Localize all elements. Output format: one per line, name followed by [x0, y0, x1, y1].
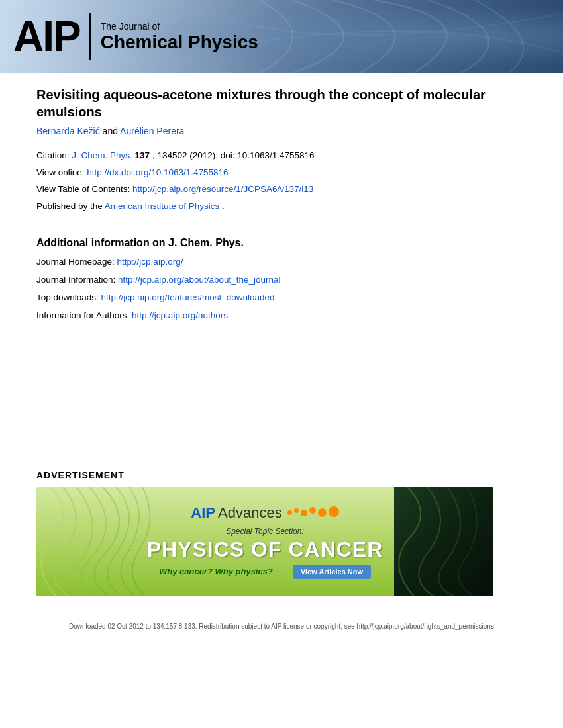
aip-advances-aip-text: AIP: [191, 504, 215, 522]
journal-title-block: The Journal of Chemical Physics: [101, 21, 258, 53]
citation-details: , 134502 (2012); doi: 10.1063/1.4755816: [152, 150, 315, 160]
ad-banner: AIP Advances Special Topic Section: PHYS…: [36, 487, 493, 596]
citation-line: Citation: J. Chem. Phys. 137 , 134502 (2…: [36, 147, 527, 164]
info-label: Journal Information:: [36, 275, 115, 285]
ad-content: AIP Advances Special Topic Section: PHYS…: [36, 487, 493, 596]
view-online-line: View online: http://dx.doi.org/10.1063/1…: [36, 164, 527, 181]
additional-info-title: Additional information on J. Chem. Phys.: [36, 237, 527, 249]
ad-why-text: Why cancer? Why physics?: [159, 567, 273, 576]
homepage-url[interactable]: http://jcp.aip.org/: [117, 257, 183, 267]
main-content: Revisiting aqueous-acetone mixtures thro…: [0, 73, 563, 338]
view-online-label: View online:: [36, 167, 85, 177]
aip-logo-text: AIP: [13, 15, 80, 58]
orange-dots-decoration: [287, 508, 339, 517]
info-line: Journal Information: http://jcp.aip.org/…: [36, 271, 527, 289]
homepage-line: Journal Homepage: http://jcp.aip.org/: [36, 253, 527, 271]
citation-label: Citation:: [36, 150, 70, 160]
authors-url[interactable]: http://jcp.aip.org/authors: [132, 310, 228, 320]
author-1-link[interactable]: Bernarda Kežić: [36, 126, 100, 136]
published-period: .: [222, 201, 225, 211]
view-toc-line: View Table of Contents: http://jcp.aip.o…: [36, 181, 527, 198]
citation-block: Citation: J. Chem. Phys. 137 , 134502 (2…: [36, 147, 527, 215]
ad-special-topic: Special Topic Section:: [226, 527, 304, 536]
dot-3: [301, 510, 307, 516]
info-url[interactable]: http://jcp.aip.org/about/about_the_journ…: [118, 275, 280, 285]
aip-logo: AIP The Journal of Chemical Physics: [13, 13, 258, 60]
journal-title-small: The Journal of: [101, 21, 258, 32]
authors-label: Information for Authors:: [36, 310, 129, 320]
header-banner: AIP The Journal of Chemical Physics: [0, 0, 563, 73]
ad-bottom-row: Why cancer? Why physics? View Articles N…: [159, 565, 371, 579]
divider-line: [36, 226, 527, 226]
footer-text: Downloaded 02 Oct 2012 to 134.157.8.133.…: [69, 623, 494, 630]
dot-1: [287, 510, 292, 515]
published-label: Published by the: [36, 201, 103, 211]
info-block: Journal Homepage: http://jcp.aip.org/ Jo…: [36, 253, 527, 324]
published-line: Published by the American Institute of P…: [36, 198, 527, 215]
citation-journal-link[interactable]: J. Chem. Phys.: [72, 150, 132, 160]
dot-4: [309, 507, 316, 514]
dot-6: [329, 506, 339, 517]
downloads-url[interactable]: http://jcp.aip.org/features/most_downloa…: [101, 293, 275, 302]
view-toc-url[interactable]: http://jcp.aip.org/resource/1/JCPSA6/v13…: [132, 184, 313, 194]
published-org-link[interactable]: American Institute of Physics: [105, 201, 219, 211]
authors-line: Information for Authors: http://jcp.aip.…: [36, 306, 527, 324]
ad-physics-cancer: PHYSICS OF CANCER: [147, 537, 384, 562]
aip-divider: [89, 13, 91, 60]
downloads-line: Top downloads: http://jcp.aip.org/featur…: [36, 289, 527, 306]
page-wrapper: AIP The Journal of Chemical Physics Revi…: [0, 0, 563, 728]
aip-advances-logo: AIP Advances: [191, 504, 338, 522]
citation-volume: 137: [135, 150, 150, 160]
advertisement-label: ADVERTISEMENT: [36, 470, 527, 480]
downloads-label: Top downloads:: [36, 293, 99, 302]
author-line: Bernarda Kežić and Aurélien Perera: [36, 126, 527, 136]
aip-advances-advances-text: Advances: [218, 504, 282, 522]
view-toc-label: View Table of Contents:: [36, 184, 130, 194]
dot-5: [318, 508, 327, 517]
author-2-link[interactable]: Aurélien Perera: [120, 126, 184, 136]
view-online-url[interactable]: http://dx.doi.org/10.1063/1.4755816: [87, 167, 228, 177]
dot-2: [294, 508, 299, 513]
article-title: Revisiting aqueous-acetone mixtures thro…: [36, 86, 527, 120]
homepage-label: Journal Homepage:: [36, 257, 115, 267]
page-footer: Downloaded 02 Oct 2012 to 134.157.8.133.…: [0, 623, 563, 637]
ad-view-articles-button[interactable]: View Articles Now: [293, 565, 371, 579]
additional-info-section: Additional information on J. Chem. Phys.…: [36, 237, 527, 324]
journal-title-large: Chemical Physics: [101, 32, 258, 53]
advertisement-section: ADVERTISEMENT: [0, 470, 563, 596]
author-separator: and: [103, 126, 120, 136]
